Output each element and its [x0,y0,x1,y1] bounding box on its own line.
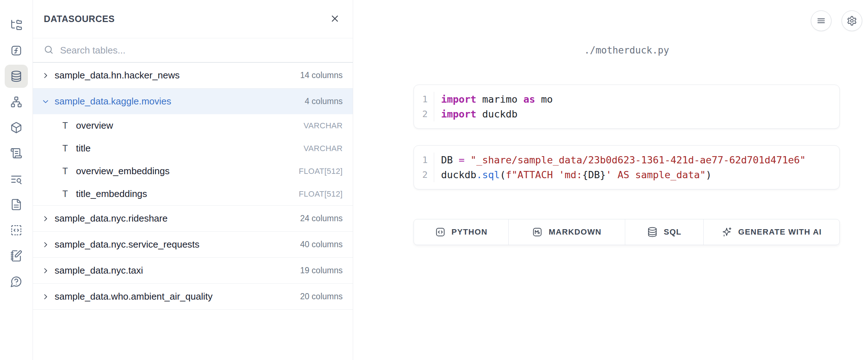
column-datatype: FLOAT[512] [299,189,343,199]
code-text[interactable]: DB = "_share/sample_data/23b0d623-1361-4… [434,153,806,167]
column-row[interactable]: ToverviewVARCHAR [33,114,353,137]
sidebar-item-dependency-graph[interactable] [5,90,28,113]
table-column-count: 14 columns [300,70,343,80]
code-line: 1DB = "_share/sample_data/23b0d623-1361-… [414,153,839,167]
table-name: sample_data.kaggle.movies [55,96,171,107]
notebook-filename[interactable]: ./motherduck.py [414,45,840,56]
table-group: sample_data.nyc.rideshare24 columns [33,206,353,232]
table-row[interactable]: sample_data.nyc.service_requests40 colum… [33,232,353,257]
add-sql-cell-button[interactable]: SQL [625,219,704,245]
chevron-down-icon [42,98,50,106]
sidebar-item-tracing[interactable] [5,167,28,190]
column-type-icon: T [60,189,70,199]
close-panel-button[interactable] [327,12,342,26]
code-cell[interactable]: 1DB = "_share/sample_data/23b0d623-1361-… [414,145,840,189]
menu-button[interactable] [811,10,831,31]
chevron-right-icon [42,241,50,249]
table-row[interactable]: sample_data.kaggle.movies4 columns [33,89,353,114]
text-search-icon [10,173,22,185]
notebook-area: ./motherduck.py 1import marimo as mo2imp… [353,0,868,360]
table-name: sample_data.nyc.taxi [55,265,143,276]
x-icon [330,13,340,24]
code-text[interactable]: import marimo as mo [434,92,553,107]
chevron-right-icon [42,293,50,301]
table-group: sample_data.who.ambient_air_quality20 co… [33,284,353,310]
table-row[interactable]: sample_data.nyc.taxi19 columns [33,258,353,283]
scroll-text-icon [10,147,22,159]
add-button-label: SQL [664,227,681,237]
table-column-count: 24 columns [300,214,343,223]
table-group: sample_data.nyc.taxi19 columns [33,258,353,284]
icon-rail [0,0,33,360]
search-input[interactable] [60,45,342,56]
add-button-label: PYTHON [452,227,487,237]
code-cell[interactable]: 1import marimo as mo2import duckdb [414,85,840,129]
table-name: sample_data.nyc.rideshare [55,213,168,224]
column-type-icon: T [60,120,70,131]
markdown-square-icon [532,227,543,237]
column-datatype: VARCHAR [304,121,343,130]
chevron-right-icon [42,72,50,80]
sidebar-item-file-explorer[interactable] [5,13,28,37]
code-line: 1import marimo as mo [414,92,839,107]
column-type-icon: T [60,143,70,154]
close-icon [330,13,340,25]
settings-button[interactable] [842,10,862,31]
sidebar-item-documentation[interactable] [5,193,28,216]
column-name: title [76,143,90,154]
column-row[interactable]: TtitleVARCHAR [33,137,353,160]
table-row[interactable]: sample_data.nyc.rideshare24 columns [33,206,353,231]
app-window: DATASOURCES sample_data.hn.hacker_news14… [0,0,868,360]
sidebar-item-packages[interactable] [5,116,28,139]
column-name: overview [76,120,113,131]
search-icon [44,45,54,56]
search-icon [44,45,54,55]
message-question-icon [10,275,22,288]
sparkles-icon [721,227,732,237]
sidebar-item-logs[interactable] [5,142,28,165]
table-column-count: 4 columns [305,97,343,106]
table-group: sample_data.kaggle.movies4 columnsToverv… [33,89,353,206]
function-square-icon [10,44,22,57]
folder-tree-icon [10,19,22,31]
code-square-icon [435,227,446,237]
square-dashed-code-icon [10,224,22,236]
add-cell-bar: PYTHONMARKDOWNSQLGENERATE WITH AI [414,219,840,245]
column-datatype: FLOAT[512] [299,167,343,176]
sidebar-item-snippets[interactable] [5,219,28,242]
column-row[interactable]: Ttitle_embeddingsFLOAT[512] [33,183,353,205]
topbar [811,10,862,31]
sidebar-item-variables[interactable] [5,39,28,62]
sidebar-item-datasources[interactable] [5,65,28,88]
chevron-right-icon [42,267,50,275]
column-name: overview_embeddings [76,166,170,177]
search-bar [33,38,353,63]
settings-icon [847,16,857,26]
table-name: sample_data.nyc.service_requests [55,239,199,250]
line-number: 1 [414,153,434,167]
column-name: title_embeddings [76,188,147,200]
table-column-count: 20 columns [300,292,343,301]
code-text[interactable]: import duckdb [434,107,517,121]
table-name: sample_data.hn.hacker_news [55,70,179,81]
table-row[interactable]: sample_data.who.ambient_air_quality20 co… [33,284,353,309]
code-text[interactable]: duckdb.sql(f"ATTACH 'md:{DB}' AS sample_… [434,167,712,182]
code-line: 2import duckdb [414,107,839,121]
table-row[interactable]: sample_data.hn.hacker_news14 columns [33,63,353,88]
chevron-right-icon [42,215,50,223]
add-button-label: MARKDOWN [549,227,601,237]
box-icon [10,121,22,134]
column-type-icon: T [60,166,70,176]
column-datatype: VARCHAR [304,144,343,153]
panel-title: DATASOURCES [44,14,115,24]
code-line: 2duckdb.sql(f"ATTACH 'md:{DB}' AS sample… [414,167,839,182]
add-markdown-cell-button[interactable]: MARKDOWN [508,219,624,245]
generate-with-ai-button[interactable]: GENERATE WITH AI [703,219,839,245]
column-row[interactable]: Toverview_embeddingsFLOAT[512] [33,160,353,183]
sidebar-item-chat[interactable] [5,270,28,293]
add-python-cell-button[interactable]: PYTHON [414,219,508,245]
table-list: sample_data.hn.hacker_news14 columnssamp… [33,63,353,360]
network-icon [10,96,22,108]
file-text-icon [10,198,22,211]
sidebar-item-scratchpad[interactable] [5,244,28,267]
